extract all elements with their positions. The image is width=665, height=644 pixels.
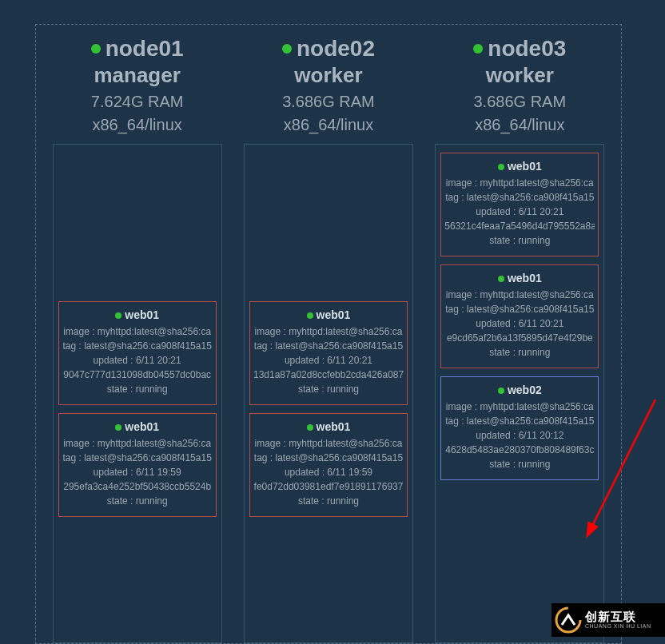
task-card[interactable]: web01image : myhttpd:latest@sha256:catag… [58, 301, 217, 405]
task-container-id: 13d1a87a02d8ccfebb2cda426a087 [253, 369, 404, 380]
task-updated: updated : 6/11 20:12 [444, 430, 595, 441]
task-container-id: fe0d72dd03981edf7e91891176937 [253, 481, 404, 492]
task-state: state : running [444, 459, 595, 470]
task-container-id: 295efa3ca4e252bf50438ccb5524b [62, 481, 213, 492]
task-tag: tag : latest@sha256:ca908f415a15 [253, 340, 404, 352]
status-dot-icon [498, 164, 504, 170]
node-header[interactable]: node03worker3.686G RAMx86_64/linux [473, 36, 566, 134]
task-service-name: web01 [444, 272, 595, 284]
node-role: manager [91, 63, 184, 88]
task-tag: tag : latest@sha256:ca908f415a15 [62, 340, 213, 352]
task-card[interactable]: web01image : myhttpd:latest@sha256:catag… [58, 413, 217, 517]
task-updated: updated : 6/11 20:21 [444, 318, 595, 329]
task-tag: tag : latest@sha256:ca908f415a15 [444, 304, 595, 315]
node-name: node02 [282, 36, 375, 62]
node-ram: 7.624G RAM [91, 93, 184, 111]
task-list: web01image : myhttpd:latest@sha256:catag… [244, 144, 413, 643]
node-role: worker [282, 63, 375, 88]
task-list: web01image : myhttpd:latest@sha256:catag… [53, 144, 222, 643]
node-column: node03worker3.686G RAMx86_64/linuxweb01i… [430, 36, 610, 643]
task-image: image : myhttpd:latest@sha256:ca [253, 326, 404, 337]
task-container-id: e9cd65af2b6a13f5895d47e4f29be [444, 332, 595, 344]
task-image: image : myhttpd:latest@sha256:ca [444, 401, 595, 412]
status-dot-icon [473, 44, 483, 54]
task-service-name: web02 [444, 384, 595, 396]
node-arch: x86_64/linux [282, 116, 375, 134]
task-spacer [58, 153, 217, 293]
task-card[interactable]: web01image : myhttpd:latest@sha256:catag… [440, 153, 599, 256]
node-header[interactable]: node02worker3.686G RAMx86_64/linux [282, 36, 375, 134]
status-dot-icon [91, 44, 101, 54]
node-arch: x86_64/linux [473, 116, 566, 134]
node-name: node01 [91, 36, 184, 62]
brand-logo-en: CHUANG XIN HU LIAN [585, 623, 651, 630]
task-updated: updated : 6/11 19:59 [62, 467, 213, 478]
task-image: image : myhttpd:latest@sha256:ca [444, 177, 595, 189]
task-list: web01image : myhttpd:latest@sha256:catag… [435, 144, 604, 643]
task-updated: updated : 6/11 20:21 [444, 206, 595, 217]
node-ram: 3.686G RAM [473, 93, 566, 111]
task-updated: updated : 6/11 20:21 [62, 355, 213, 366]
task-container-id: 9047c777d131098db04557dc0bac [62, 369, 213, 380]
node-ram: 3.686G RAM [282, 93, 375, 111]
brand-logo: 创新互联 CHUANG XIN HU LIAN [552, 603, 665, 637]
node-name: node03 [473, 36, 566, 62]
task-updated: updated : 6/11 19:59 [253, 467, 404, 478]
task-state: state : running [62, 495, 213, 507]
svg-point-1 [556, 608, 580, 632]
task-card[interactable]: web02image : myhttpd:latest@sha256:catag… [440, 376, 599, 480]
node-columns: node01manager7.624G RAMx86_64/linuxweb01… [47, 36, 610, 643]
task-state: state : running [444, 347, 595, 358]
node-role: worker [473, 63, 566, 88]
task-card[interactable]: web01image : myhttpd:latest@sha256:catag… [440, 264, 599, 368]
brand-logo-icon [552, 603, 585, 637]
task-state: state : running [253, 495, 404, 507]
node-column: node01manager7.624G RAMx86_64/linuxweb01… [47, 36, 227, 643]
task-service-name: web01 [62, 420, 213, 433]
task-tag: tag : latest@sha256:ca908f415a15 [444, 415, 595, 427]
task-state: state : running [62, 384, 213, 395]
brand-logo-cn: 创新互联 [585, 610, 651, 624]
task-updated: updated : 6/11 20:21 [253, 355, 404, 366]
task-tag: tag : latest@sha256:ca908f415a15 [253, 452, 404, 463]
task-tag: tag : latest@sha256:ca908f415a15 [444, 192, 595, 203]
task-container-id: 4628d5483ae280370fb808489f63c [444, 444, 595, 455]
node-header[interactable]: node01manager7.624G RAMx86_64/linux [91, 36, 184, 134]
status-dot-icon [115, 312, 121, 319]
task-service-name: web01 [444, 160, 595, 173]
task-state: state : running [444, 235, 595, 246]
task-service-name: web01 [62, 308, 213, 321]
cluster-panel: node01manager7.624G RAMx86_64/linuxweb01… [35, 24, 622, 644]
task-spacer [249, 153, 408, 293]
task-state: state : running [253, 384, 404, 395]
task-container-id: 56321c4feaa7a5496d4d795552a8a [444, 221, 595, 232]
task-card[interactable]: web01image : myhttpd:latest@sha256:catag… [249, 301, 408, 405]
status-dot-icon [115, 424, 121, 431]
task-image: image : myhttpd:latest@sha256:ca [62, 326, 213, 337]
task-service-name: web01 [253, 420, 404, 433]
node-column: node02worker3.686G RAMx86_64/linuxweb01i… [238, 36, 418, 643]
task-image: image : myhttpd:latest@sha256:ca [253, 438, 404, 449]
status-dot-icon [282, 44, 292, 54]
task-image: image : myhttpd:latest@sha256:ca [62, 438, 213, 449]
status-dot-icon [307, 424, 313, 431]
status-dot-icon [307, 312, 313, 319]
task-image: image : myhttpd:latest@sha256:ca [444, 289, 595, 300]
node-arch: x86_64/linux [91, 116, 184, 134]
task-card[interactable]: web01image : myhttpd:latest@sha256:catag… [249, 413, 408, 517]
task-service-name: web01 [253, 308, 404, 321]
status-dot-icon [498, 388, 504, 394]
task-tag: tag : latest@sha256:ca908f415a15 [62, 452, 213, 463]
status-dot-icon [498, 276, 504, 282]
